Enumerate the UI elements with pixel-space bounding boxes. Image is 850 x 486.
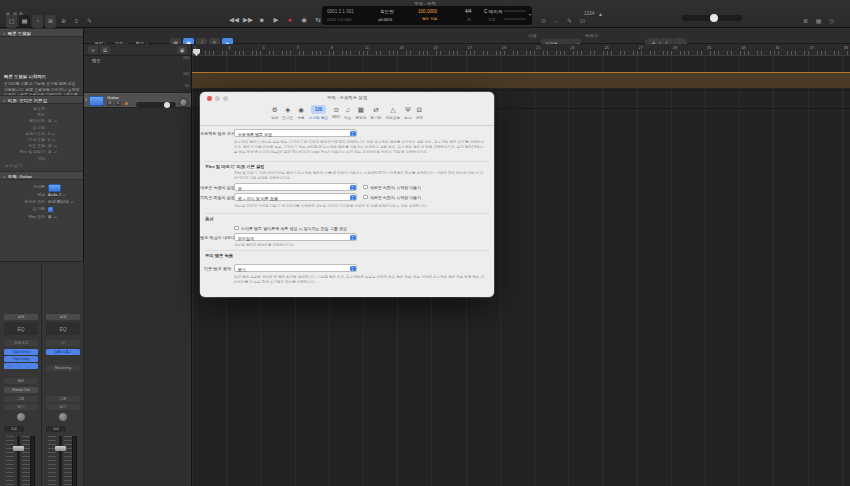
record-enable-icon[interactable]	[125, 102, 128, 105]
default-tempo-action-select[interactable]: 묻기	[234, 264, 357, 272]
region-param-value[interactable]: 0 ▴▾	[48, 131, 83, 137]
volume-fader[interactable]	[46, 436, 80, 486]
settings-tab-메트로놈[interactable]: △메트로놈	[386, 104, 401, 125]
pan-knob[interactable]	[16, 412, 26, 422]
region-param-row[interactable]: Q-스윙:	[0, 125, 83, 131]
browsers-icon[interactable]: ▦	[813, 15, 824, 28]
quick-help-header[interactable]: ∨빠른 도움말	[0, 28, 83, 37]
track-param-row[interactable]: Q-기준:✓	[0, 206, 83, 212]
track-param-value[interactable]: 프리 페이더 ▴▾	[48, 199, 83, 205]
region-param-value[interactable]	[48, 125, 83, 131]
imported-files-select[interactable]: 켬 + 마디 및 비트 정렬	[234, 193, 357, 201]
checkbox-checked-icon[interactable]: ✓	[48, 207, 53, 212]
lcd-display[interactable]: 0001 2 1 001 0002 0 0 000 속도만 ±0.00% 100…	[322, 6, 532, 25]
stepper-icon[interactable]: ▴▾	[53, 150, 57, 154]
stepper-icon[interactable]: ▴▾	[53, 215, 57, 219]
region-param-row[interactable]: 음소거:	[0, 106, 83, 112]
region-inspector-header[interactable]: ∨리전: 오디오 기본값	[0, 95, 83, 104]
eq-display[interactable]: EQ	[4, 322, 38, 335]
quick-help-icon[interactable]: ◔	[32, 15, 43, 28]
settings-tab-일반[interactable]: ⚙일반	[271, 104, 278, 125]
add-track-button[interactable]: +	[88, 46, 98, 54]
plugin-slot[interactable]: Tape Delay	[4, 356, 38, 362]
duplicate-track-button[interactable]: ⧉	[100, 46, 110, 54]
bar-ruler[interactable]: 13579111315171921232527293133353739	[192, 44, 850, 56]
plugin-slot[interactable]: UADx LA-2	[46, 349, 80, 355]
stepper-icon[interactable]	[350, 131, 356, 136]
group-slot[interactable]: 그룹	[4, 396, 38, 402]
preset-slot[interactable]: Mastering	[46, 365, 80, 371]
trim-new-region-checkbox[interactable]	[363, 185, 368, 190]
master-volume-slider[interactable]	[682, 15, 742, 21]
region-param-value[interactable]: 끔 ▴▾	[48, 149, 83, 155]
stepper-icon[interactable]: ▴▾	[53, 119, 57, 123]
stop-button[interactable]: ■	[256, 13, 268, 26]
guitar-track-icon[interactable]	[89, 96, 104, 106]
track-param-row[interactable]: Flex 모드:끔 ▴▾	[0, 214, 83, 220]
count-in-badge[interactable]: 1234	[584, 11, 594, 16]
settings-tab-악보[interactable]: ♫악보	[344, 104, 351, 125]
tempo-track-name[interactable]: 템포	[92, 58, 101, 63]
track-volume-slider[interactable]	[136, 102, 176, 107]
settings-tab-튜닝[interactable]: Ψ튜닝	[404, 104, 411, 125]
settings-tab-동기화[interactable]: ⇄동기화	[370, 104, 381, 125]
track-inspector-header[interactable]: ∨트랙: Guitar	[0, 171, 83, 180]
settings-tab-동영상[interactable]: ▦동영상	[355, 104, 366, 125]
tempo-curve-region[interactable]	[192, 72, 850, 88]
region-param-value[interactable]: 끔 ▴▾	[48, 118, 83, 124]
metronome-icon[interactable]: ▲	[598, 11, 603, 17]
automation-mode-slot[interactable]: 읽기	[4, 404, 38, 410]
region-param-value[interactable]	[48, 112, 83, 118]
group-slot[interactable]: 그룹	[46, 396, 80, 402]
region-param-row[interactable]: Flex 및 따르기:끔 ▴▾	[0, 149, 83, 155]
input-slot[interactable]: 입력 1-2	[4, 340, 38, 346]
track-header-guitar[interactable]: 1 Guitar M S	[84, 92, 191, 108]
track-solo-button[interactable]: S	[115, 101, 121, 106]
plugin-slot[interactable]: Valve Drive	[4, 349, 38, 355]
sends-slot[interactable]: 센드	[4, 378, 38, 384]
play-button[interactable]: ▶	[270, 13, 282, 26]
region-param-value[interactable]	[48, 156, 83, 162]
multitrack-set-checkbox[interactable]	[234, 226, 239, 231]
trim-imported-checkbox[interactable]	[363, 195, 368, 200]
track-param-row[interactable]: 프리즈 모드:프리 페이더 ▴▾	[0, 199, 83, 205]
setting-button[interactable]: 설정	[4, 314, 38, 320]
automation-mode-slot[interactable]: 읽기	[46, 404, 80, 410]
region-param-row[interactable]: 속도 조절:끔 ▴▾	[0, 143, 83, 149]
fader-cap[interactable]	[13, 446, 24, 451]
track-pan-knob[interactable]	[179, 98, 188, 107]
project-tempo-mode-select[interactable]: 프로젝트 템포 조정	[234, 129, 357, 137]
export-tempo-select[interactable]: 부드럽게	[234, 233, 357, 241]
region-param-row[interactable]: 미세 조율:0 ▴▾	[0, 137, 83, 143]
track-header-config-icon[interactable]: ▣	[177, 46, 187, 54]
volume-readout[interactable]: 0.0	[46, 426, 66, 432]
mixer-icon[interactable]: ≡	[71, 15, 82, 28]
track-param-value[interactable]: 끔 ▴▾	[48, 214, 83, 220]
region-more-disclosure[interactable]: ▸ 더 보기	[6, 163, 22, 168]
setting-button[interactable]: 설정	[46, 314, 80, 320]
library-icon[interactable]: ▤	[19, 15, 30, 28]
region-param-value[interactable]: 0 ▴▾	[48, 137, 83, 143]
region-param-row[interactable]: 트랜스포즈:0 ▴▾	[0, 131, 83, 137]
capture-recording-button[interactable]: ◉	[298, 13, 310, 26]
track-param-value[interactable]: ✓	[48, 206, 83, 212]
eq-display[interactable]: EQ	[46, 322, 80, 335]
record-button[interactable]: ●	[284, 13, 296, 26]
loop-browser-icon[interactable]: ◷	[826, 15, 837, 28]
region-param-row[interactable]: 게인:	[0, 156, 83, 162]
volume-fader[interactable]	[4, 436, 38, 486]
track-param-row[interactable]: 채널:Audio 2 ▴▾	[0, 192, 83, 198]
track-mute-button[interactable]: M	[107, 101, 113, 106]
tuner-icon[interactable]: ⊕	[58, 15, 69, 28]
input-format-button[interactable]: ⓘ	[46, 340, 80, 346]
pan-knob[interactable]	[58, 412, 68, 422]
stepper-icon[interactable]	[350, 185, 356, 190]
stepper-icon[interactable]	[350, 235, 356, 240]
stepper-icon[interactable]	[350, 266, 356, 271]
stepper-icon[interactable]: ▴▾	[62, 193, 66, 197]
settings-tab-에셋[interactable]: ⊟에셋	[416, 104, 423, 125]
stepper-icon[interactable]: ▴▾	[70, 200, 74, 204]
autopunch-icon[interactable]: →	[551, 15, 562, 28]
output-slot[interactable]: Stereo Out	[4, 387, 38, 393]
new-recording-select[interactable]: 끔	[234, 183, 357, 191]
